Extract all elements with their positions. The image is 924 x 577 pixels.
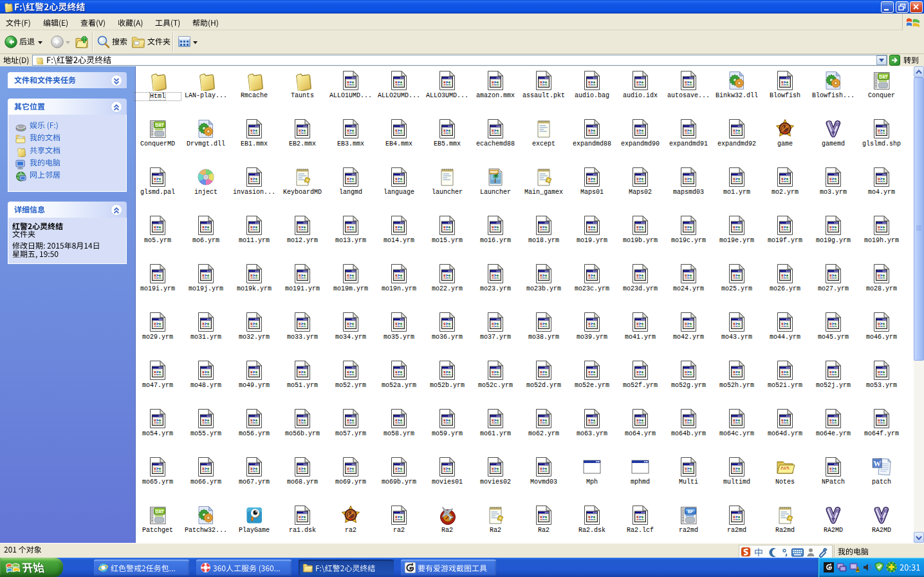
- svg-text:A: A: [856, 568, 860, 572]
